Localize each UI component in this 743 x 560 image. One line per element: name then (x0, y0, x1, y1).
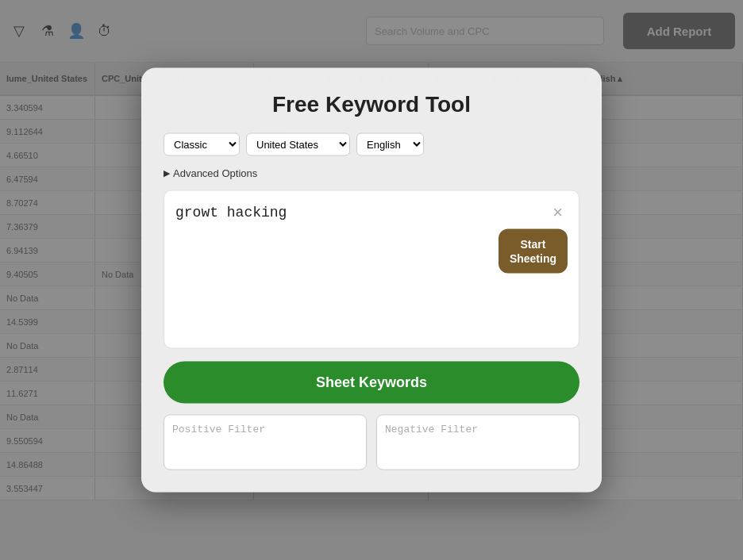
advanced-options-label: Advanced Options (173, 167, 257, 179)
keyword-textarea[interactable]: growt hacking (175, 202, 491, 337)
clear-keyword-button[interactable]: × (548, 202, 568, 223)
language-select[interactable]: English Spanish French (356, 133, 424, 156)
start-sheeting-button[interactable]: StartSheeting (499, 229, 568, 274)
advanced-options-toggle[interactable]: ▶ Advanced Options (164, 167, 579, 179)
filter-row (164, 415, 579, 470)
advanced-arrow-icon: ▶ (164, 168, 170, 178)
sheet-keywords-button[interactable]: Sheet Keywords (164, 362, 579, 404)
positive-filter-textarea[interactable] (164, 415, 367, 470)
modal-controls-row: Classic Advanced United States United Ki… (164, 133, 579, 156)
keyword-controls: × StartSheeting (499, 202, 568, 274)
country-select[interactable]: United States United Kingdom Canada (246, 133, 350, 156)
keyword-input-area: growt hacking × StartSheeting (164, 190, 579, 349)
negative-filter-textarea[interactable] (376, 415, 579, 470)
mode-select[interactable]: Classic Advanced (164, 133, 240, 156)
modal-title: Free Keyword Tool (164, 92, 579, 117)
keyword-tool-modal: Free Keyword Tool Classic Advanced Unite… (141, 68, 602, 493)
